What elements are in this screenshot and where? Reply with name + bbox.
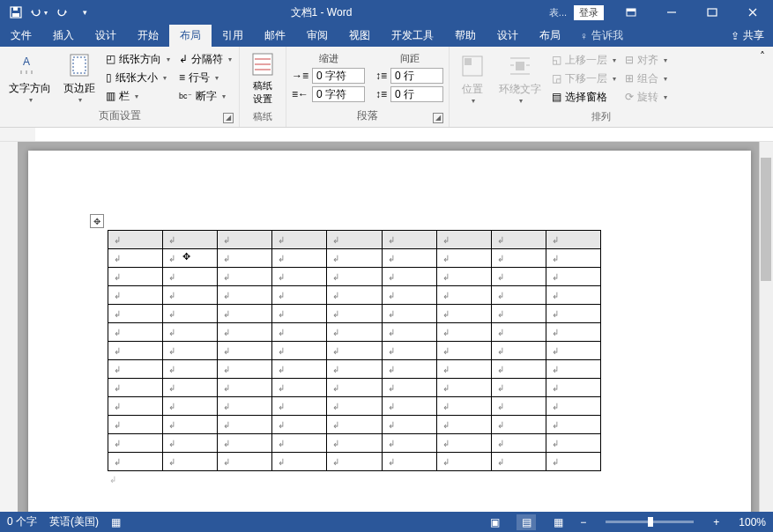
- table-cell[interactable]: ↲: [327, 268, 382, 286]
- table-cell[interactable]: ↲: [272, 249, 327, 268]
- tab-view[interactable]: 视图: [338, 25, 381, 47]
- undo-button[interactable]: ▾: [28, 2, 49, 23]
- table-cell[interactable]: ↲: [436, 397, 491, 416]
- zoom-slider[interactable]: [606, 521, 694, 523]
- tell-me[interactable]: ♀告诉我: [571, 25, 632, 47]
- columns-button[interactable]: ▥栏▾: [102, 87, 174, 106]
- table-cell[interactable]: ↲: [108, 286, 163, 305]
- table-cell[interactable]: ↲: [163, 305, 218, 323]
- line-numbers-button[interactable]: ≡行号▾: [175, 69, 235, 87]
- table-cell[interactable]: ↲: [382, 323, 436, 342]
- table-cell[interactable]: ↲: [491, 416, 546, 434]
- table-cell[interactable]: ↲: [382, 305, 436, 323]
- table-cell[interactable]: ↲: [218, 360, 272, 379]
- table-cell[interactable]: ↲: [327, 305, 382, 323]
- table-cell[interactable]: ↲: [382, 360, 436, 379]
- language-status[interactable]: 英语(美国): [49, 514, 99, 529]
- table-cell[interactable]: ↲: [108, 379, 163, 397]
- indent-left-input[interactable]: 0 字符: [312, 68, 365, 84]
- orientation-button[interactable]: ◰纸张方向▾: [102, 50, 174, 69]
- spacing-after-input[interactable]: 0 行: [390, 86, 443, 102]
- table-cell[interactable]: ↲: [436, 379, 491, 397]
- table-cell[interactable]: ↲: [546, 305, 600, 323]
- table-cell[interactable]: ↲: [327, 397, 382, 416]
- selection-pane-button[interactable]: ▤选择窗格: [548, 88, 620, 107]
- table-cell[interactable]: ↲: [382, 249, 436, 268]
- table-cell[interactable]: ↲: [491, 397, 546, 416]
- table-cell[interactable]: ↲: [218, 231, 272, 249]
- table-cell[interactable]: ↲: [546, 286, 600, 305]
- tab-help[interactable]: 帮助: [444, 25, 487, 47]
- vertical-scrollbar[interactable]: [759, 142, 773, 512]
- login-button[interactable]: 登录: [574, 5, 604, 20]
- save-button[interactable]: [5, 2, 26, 23]
- table-cell[interactable]: ↲: [436, 342, 491, 360]
- print-layout-button[interactable]: ▤: [517, 514, 536, 530]
- table-cell[interactable]: ↲: [108, 231, 163, 249]
- table-cell[interactable]: ↲: [436, 323, 491, 342]
- table-cell[interactable]: ↲: [218, 434, 272, 453]
- table-cell[interactable]: ↲: [491, 323, 546, 342]
- table-cell[interactable]: ↲: [491, 231, 546, 249]
- table-cell[interactable]: ↲: [218, 323, 272, 342]
- table-cell[interactable]: ↲: [327, 360, 382, 379]
- scrollbar-thumb[interactable]: [761, 158, 771, 281]
- position-button[interactable]: 位置▾: [453, 49, 492, 107]
- zoom-slider-thumb[interactable]: [648, 517, 653, 527]
- table-cell[interactable]: ↲: [382, 268, 436, 286]
- table-cell[interactable]: ↲: [163, 268, 218, 286]
- table-cell[interactable]: ↲: [108, 323, 163, 342]
- table-cell[interactable]: ↲: [272, 360, 327, 379]
- table-cell[interactable]: ↲: [546, 268, 600, 286]
- tab-review[interactable]: 审阅: [296, 25, 338, 47]
- table-cell[interactable]: ↲: [218, 305, 272, 323]
- table-cell[interactable]: ↲: [491, 286, 546, 305]
- table-cell[interactable]: ↲: [108, 397, 163, 416]
- zoom-out-button[interactable]: −: [580, 516, 586, 528]
- table-cell[interactable]: ↲: [108, 305, 163, 323]
- document-table[interactable]: ↲↲↲↲↲↲↲↲↲↲↲✥↲↲↲↲↲↲↲↲↲↲↲↲↲↲↲↲↲↲↲↲↲↲↲↲↲↲↲↲…: [108, 230, 601, 471]
- minimize-button[interactable]: [651, 0, 692, 25]
- table-cell[interactable]: ↲: [163, 416, 218, 434]
- table-cell[interactable]: ↲: [272, 434, 327, 453]
- table-cell[interactable]: ↲: [163, 323, 218, 342]
- table-cell[interactable]: ↲: [382, 397, 436, 416]
- page-setup-launcher[interactable]: ◢: [223, 113, 234, 123]
- zoom-in-button[interactable]: +: [713, 516, 719, 528]
- table-cell[interactable]: ↲: [436, 231, 491, 249]
- table-cell[interactable]: ↲✥: [163, 249, 218, 268]
- table-cell[interactable]: ↲: [272, 342, 327, 360]
- table-cell[interactable]: ↲: [272, 231, 327, 249]
- tab-layout[interactable]: 布局: [169, 25, 212, 47]
- table-cell[interactable]: ↲: [218, 397, 272, 416]
- macro-status-icon[interactable]: ▦: [111, 516, 121, 528]
- table-cell[interactable]: ↲: [108, 360, 163, 379]
- table-cell[interactable]: ↲: [272, 268, 327, 286]
- table-cell[interactable]: ↲: [108, 434, 163, 453]
- tab-references[interactable]: 引用: [212, 25, 254, 47]
- tab-table-design[interactable]: 设计: [487, 25, 529, 47]
- table-cell[interactable]: ↲: [436, 416, 491, 434]
- table-cell[interactable]: ↲: [272, 286, 327, 305]
- text-direction-button[interactable]: A 文字方向▾: [4, 48, 56, 107]
- table-cell[interactable]: ↲: [218, 379, 272, 397]
- horizontal-ruler[interactable]: [0, 128, 773, 142]
- table-cell[interactable]: ↲: [436, 249, 491, 268]
- table-cell[interactable]: ↲: [546, 360, 600, 379]
- indent-right-input[interactable]: 0 字符: [312, 86, 365, 102]
- qat-customize[interactable]: ▾: [74, 2, 95, 23]
- table-cell[interactable]: ↲: [491, 305, 546, 323]
- table-cell[interactable]: ↲: [327, 342, 382, 360]
- table-cell[interactable]: ↲: [218, 453, 272, 471]
- table-cell[interactable]: ↲: [382, 416, 436, 434]
- table-cell[interactable]: ↲: [218, 416, 272, 434]
- table-cell[interactable]: ↲: [491, 379, 546, 397]
- table-cell[interactable]: ↲: [218, 249, 272, 268]
- table-cell[interactable]: ↲: [327, 286, 382, 305]
- table-cell[interactable]: ↲: [218, 342, 272, 360]
- table-cell[interactable]: ↲: [327, 249, 382, 268]
- table-cell[interactable]: ↲: [436, 268, 491, 286]
- table-cell[interactable]: ↲: [218, 268, 272, 286]
- table-cell[interactable]: ↲: [163, 453, 218, 471]
- manuscript-settings-button[interactable]: 稿纸 设置: [243, 49, 282, 107]
